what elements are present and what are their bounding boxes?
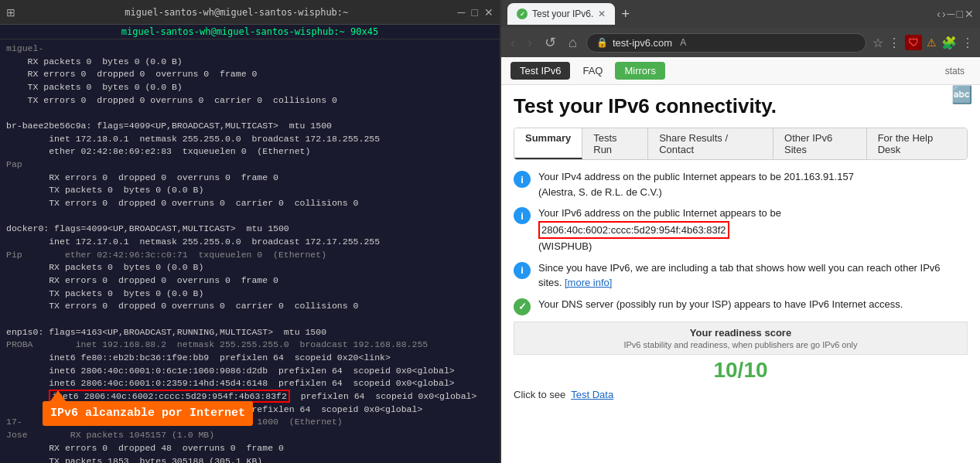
terminal-line: Pip ether 02:42:96:3c:c0:71 txqueuelen 0…	[6, 249, 493, 262]
terminal-line: TX packets 0 bytes 0 (0.0 B)	[6, 81, 493, 94]
site-nav: Test IPv6 FAQ Mirrors stats	[501, 57, 980, 85]
terminal-line: TX errors 0 dropped 0 overruns 0 carrier…	[6, 94, 493, 107]
maximize-button[interactable]: □	[472, 6, 478, 19]
address-bar[interactable]: 🔒 test-ipv6.com A	[586, 33, 866, 53]
terminal-line: TX errors 0 dropped 0 overruns 0 carrier…	[6, 300, 493, 313]
browser-tab[interactable]: ✓ Test your IPv6. ✕	[507, 3, 615, 25]
browser-content: Test IPv6 FAQ Mirrors stats 🔤 Test your …	[501, 57, 980, 463]
menu-button[interactable]: ⋮	[961, 36, 974, 50]
content-tabs: Summary Tests Run Share Results / Contac…	[514, 128, 968, 160]
readiness-sub: IPv6 stability and readiness, when publi…	[524, 340, 958, 349]
tab-favicon: ✓	[517, 9, 528, 19]
tab-for-help-desk[interactable]: For the Help Desk	[867, 128, 967, 159]
site-nav-test-ipv6[interactable]: Test IPv6	[510, 62, 570, 80]
tab-title: Test your IPv6.	[532, 9, 593, 19]
site-nav-mirrors[interactable]: Mirrors	[615, 62, 664, 80]
close-button[interactable]: ✕	[484, 6, 493, 19]
terminal-line: docker0: flags=4099<UP,BROADCAST,MULTICA…	[6, 223, 493, 236]
translate-icon-area: 🔤	[951, 85, 972, 105]
terminal-line: RX errors 0 dropped 0 overruns 0 frame 0	[6, 68, 493, 81]
tab-other-ipv6-sites[interactable]: Other IPv6 Sites	[773, 128, 867, 159]
readiness-bar: Your readiness score IPv6 stability and …	[514, 322, 968, 355]
url-text: test-ipv6.com	[613, 37, 672, 49]
info-icon-ipv6: i	[514, 207, 531, 224]
minimize-browser-button[interactable]: ─	[948, 8, 955, 20]
browser-window: ✓ Test your IPv6. ✕ + ‹ › ─ □ ✕ ‹ › ↺ ⌂ …	[501, 0, 980, 463]
terminal-window: ⊞ miguel-santos-wh@miguel-santos-wisphub…	[0, 0, 501, 463]
terminal-line: inet6 2806:40c:6001:0:6c1e:1060:9086:d2d…	[6, 365, 493, 378]
tab-share-results[interactable]: Share Results / Contact	[648, 128, 773, 159]
tab-summary[interactable]: Summary	[514, 128, 582, 159]
tab-tests-run[interactable]: Tests Run	[582, 128, 648, 159]
terminal-line: RX errors 0 dropped 48 overruns 0 frame …	[6, 442, 493, 455]
terminal-line: RX errors 0 dropped 0 overruns 0 frame 0	[6, 172, 493, 185]
terminal-line: inet 172.18.0.1 netmask 255.255.0.0 broa…	[6, 133, 493, 146]
terminal-line: br-baee2be56c9a: flags=4099<UP,BROADCAST…	[6, 120, 493, 133]
site-nav-faq[interactable]: FAQ	[573, 62, 612, 80]
terminal-line	[6, 313, 493, 326]
info-icon-dns: ✓	[514, 298, 531, 315]
info-list: i Your IPv4 address on the public Intern…	[514, 169, 968, 315]
browser-toolbar: ‹ › ↺ ⌂ 🔒 test-ipv6.com A ☆ ⋮ 🛡 ⚠ 🧩 ⋮	[501, 28, 980, 57]
terminal-line: PROBA inet 192.168.88.2 netmask 255.255.…	[6, 339, 493, 352]
terminal-line	[6, 210, 493, 223]
grid-icon: ⊞	[6, 6, 15, 19]
home-button[interactable]: ⌂	[565, 33, 580, 53]
terminal-line: TX packets 1853 bytes 305188 (305.1 KB)	[6, 455, 493, 464]
info-icon-ipv4: i	[514, 171, 531, 188]
terminal-subtitle: miguel-santos-wh@miguel-santos-wisphub:~…	[0, 25, 500, 39]
ipv6-arrow-icon	[50, 390, 66, 401]
ipv6-address-box: 2806:40c:6002:cccc:5d29:954f:4b63:83f2	[538, 221, 729, 240]
ipv6-label: IPv6 alcanzable por Internet	[43, 401, 253, 426]
new-tab-button[interactable]: +	[621, 6, 630, 22]
close-browser-button[interactable]: ✕	[965, 8, 974, 20]
back-button[interactable]: ‹	[507, 33, 518, 53]
share-icon[interactable]: ⋮	[888, 36, 900, 50]
terminal-line: TX errors 0 dropped 0 overruns 0 carrier…	[6, 197, 493, 210]
info-item-ipv6-tab: i Since you have IPv6, we are including …	[514, 260, 968, 291]
tab-close-button[interactable]: ✕	[598, 9, 606, 19]
test-data-row: Click to see Test Data	[514, 389, 968, 400]
browser-nav-controls: ‹ › ─ □ ✕	[937, 8, 974, 20]
browser-titlebar: ✓ Test your IPv6. ✕ + ‹ › ─ □ ✕	[501, 0, 980, 28]
terminal-line: TX packets 0 bytes 0 (0.0 B)	[6, 288, 493, 301]
terminal-line: enp1s0: flags=4163<UP,BROADCAST,RUNNING,…	[6, 326, 493, 339]
terminal-title: miguel-santos-wh@miguel-santos-wisphub:~	[15, 7, 458, 18]
info-icon-ipv6-tab: i	[514, 262, 531, 279]
chevron-left-icon[interactable]: ‹	[937, 8, 941, 20]
info-item-dns: ✓ Your DNS server (possibly run by your …	[514, 297, 968, 315]
toolbar-icons: ☆ ⋮ 🛡 ⚠ 🧩 ⋮	[872, 35, 974, 50]
terminal-line: inet6 2806:40c:6001:0:2359:14hd:45d4:614…	[6, 377, 493, 390]
minimize-button[interactable]: ─	[458, 6, 466, 19]
terminal-line: ether 02:42:8e:69:e2:83 txqueuelen 0 (Et…	[6, 145, 493, 158]
maximize-browser-button[interactable]: □	[957, 8, 963, 20]
info-item-ipv4: i Your IPv4 address on the public Intern…	[514, 169, 968, 199]
more-info-link[interactable]: [more info]	[565, 277, 612, 288]
terminal-line	[6, 107, 493, 120]
translate-icon[interactable]: 🔤	[951, 85, 972, 104]
info-text-dns: Your DNS server (possibly run by your IS…	[538, 297, 903, 312]
shield-icon: 🛡	[905, 35, 922, 50]
info-item-ipv6: i Your IPv6 address on the public Intern…	[514, 206, 968, 254]
test-data-link[interactable]: Test Data	[571, 389, 613, 400]
page-title: Test your IPv6 connectivity.	[514, 94, 968, 118]
stats-link[interactable]: stats	[939, 63, 971, 80]
info-text-ipv4: Your IPv4 address on the public Internet…	[538, 169, 854, 199]
readiness-score: 10/10	[514, 358, 968, 383]
terminal-line: miguel-	[6, 43, 493, 56]
extensions-icon[interactable]: 🧩	[941, 36, 957, 50]
lock-icon: 🔒	[596, 37, 608, 48]
info-text-ipv6: Your IPv6 address on the public Internet…	[538, 206, 781, 254]
forward-button[interactable]: ›	[524, 33, 535, 53]
terminal-line: TX packets 0 bytes 0 (0.0 B)	[6, 184, 493, 197]
chevron-right-icon[interactable]: ›	[942, 8, 946, 20]
reload-button[interactable]: ↺	[541, 32, 559, 53]
terminal-line: inet 172.17.0.1 netmask 255.255.0.0 broa…	[6, 236, 493, 249]
ipv6-callout: IPv6 alcanzable por Internet	[43, 390, 253, 426]
terminal-body: miguel- RX packets 0 bytes 0 (0.0 B) RX …	[0, 39, 500, 463]
terminal-line: inet6 fe80::eb2b:bc36:1f9e:bb9 prefixlen…	[6, 352, 493, 365]
translate-small-icon: A	[680, 37, 686, 48]
bookmark-icon[interactable]: ☆	[872, 36, 883, 50]
terminal-line: RX packets 0 bytes 0 (0.0 B)	[6, 261, 493, 274]
terminal-line: RX errors 0 dropped 0 overruns 0 frame 0	[6, 274, 493, 288]
